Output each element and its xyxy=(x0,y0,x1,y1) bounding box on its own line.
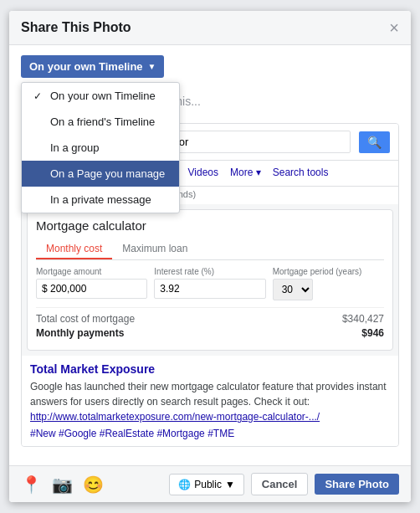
monthly-payments-row: Monthly payments $946 xyxy=(36,327,384,339)
tab-maximum-loan[interactable]: Maximum loan xyxy=(112,239,197,259)
dropdown-item-label: In a group xyxy=(50,141,100,154)
mortgage-totals: Total cost of mortgage $340,427 Monthly … xyxy=(36,307,384,339)
interest-rate-input[interactable] xyxy=(154,279,265,299)
monthly-payments-label: Monthly payments xyxy=(36,327,124,339)
interest-rate-field: Interest rate (%) xyxy=(154,267,265,300)
article-title-link[interactable]: Total Market Exposure xyxy=(30,362,390,376)
dropdown-item-label: On a Page you manage xyxy=(50,167,165,180)
modal-body: On your own Timeline ▼ ✓ On your own Tim… xyxy=(9,45,411,465)
audience-caret-icon: ▼ xyxy=(225,479,235,490)
article-text: Google has launched their new mortgage c… xyxy=(30,379,390,424)
modal-footer: 📍 📷 😊 🌐 Public ▼ Cancel Share Photo xyxy=(9,465,411,502)
total-cost-label: Total cost of mortgage xyxy=(36,313,135,325)
total-cost-value: $340,427 xyxy=(342,313,384,325)
camera-icon[interactable]: 📷 xyxy=(52,475,73,495)
footer-icon-group: 📍 📷 😊 xyxy=(21,475,104,495)
mortgage-period-label: Mortgage period (years) xyxy=(273,267,384,276)
mortgage-period-select[interactable]: 30 20 15 xyxy=(273,279,313,300)
dropdown-item-friends-timeline[interactable]: On a friend's Timeline xyxy=(22,109,179,135)
mortgage-calculator-card: Mortgage calculator Monthly cost Maximum… xyxy=(27,209,393,351)
modal-header: Share This Photo × xyxy=(9,11,411,45)
article-tags: #New #Google #RealEstate #Mortgage #TME xyxy=(30,428,390,439)
chevron-down-icon: ▼ xyxy=(148,62,156,71)
mortgage-input-fields: Mortgage amount Interest rate (%) Mortga… xyxy=(36,267,384,300)
share-destination-dropdown-wrapper: On your own Timeline ▼ ✓ On your own Tim… xyxy=(21,55,399,78)
dropdown-item-label: On a friend's Timeline xyxy=(50,115,155,128)
interest-rate-label: Interest rate (%) xyxy=(154,267,265,276)
google-search-button[interactable]: 🔍 xyxy=(359,131,390,153)
mortgage-amount-label: Mortgage amount xyxy=(36,267,147,276)
audience-label: Public xyxy=(194,479,222,490)
monthly-payments-value: $946 xyxy=(361,327,384,339)
share-destination-button[interactable]: On your own Timeline ▼ xyxy=(21,55,164,78)
dropdown-item-group[interactable]: In a group xyxy=(22,135,179,161)
dropdown-item-page[interactable]: On a Page you manage xyxy=(22,161,179,187)
cancel-button[interactable]: Cancel xyxy=(251,473,309,495)
audience-selector-button[interactable]: 🌐 Public ▼ xyxy=(169,474,244,495)
emoji-icon[interactable]: 😊 xyxy=(83,475,104,495)
mortgage-tabs: Monthly cost Maximum loan xyxy=(36,239,384,260)
google-nav-tools[interactable]: Search tools xyxy=(273,164,329,182)
article-preview: Total Market Exposure Google has launche… xyxy=(22,356,398,446)
total-cost-row: Total cost of mortgage $340,427 xyxy=(36,313,384,325)
mortgage-period-field: Mortgage period (years) 30 20 15 xyxy=(273,267,384,300)
mortgage-amount-input[interactable] xyxy=(36,279,147,299)
globe-icon: 🌐 xyxy=(178,479,191,490)
mortgage-title: Mortgage calculator xyxy=(36,218,384,233)
modal-close-button[interactable]: × xyxy=(389,19,399,36)
article-text-content: Google has launched their new mortgage c… xyxy=(30,381,387,408)
modal-title: Share This Photo xyxy=(21,20,131,35)
dropdown-item-label: In a private message xyxy=(50,193,151,206)
google-nav-videos[interactable]: Videos xyxy=(188,164,218,182)
dropdown-item-own-timeline[interactable]: ✓ On your own Timeline xyxy=(22,83,179,109)
mortgage-amount-field: Mortgage amount xyxy=(36,267,147,300)
google-nav-more[interactable]: More ▾ xyxy=(230,164,261,182)
dropdown-item-private-message[interactable]: In a private message xyxy=(22,187,179,213)
tab-monthly-cost[interactable]: Monthly cost xyxy=(36,239,112,259)
dropdown-selected-label: On your own Timeline xyxy=(29,60,143,73)
share-photo-button[interactable]: Share Photo xyxy=(315,474,399,495)
article-external-link[interactable]: http://www.totalmarketexposure.com/new-m… xyxy=(30,411,320,423)
dropdown-item-label: On your own Timeline xyxy=(50,90,156,102)
footer-actions: 🌐 Public ▼ Cancel Share Photo xyxy=(169,473,399,495)
location-icon[interactable]: 📍 xyxy=(21,475,42,495)
share-destination-menu: ✓ On your own Timeline On a friend's Tim… xyxy=(21,82,180,213)
share-photo-modal: Share This Photo × On your own Timeline … xyxy=(9,11,411,502)
check-icon: ✓ xyxy=(33,90,45,102)
